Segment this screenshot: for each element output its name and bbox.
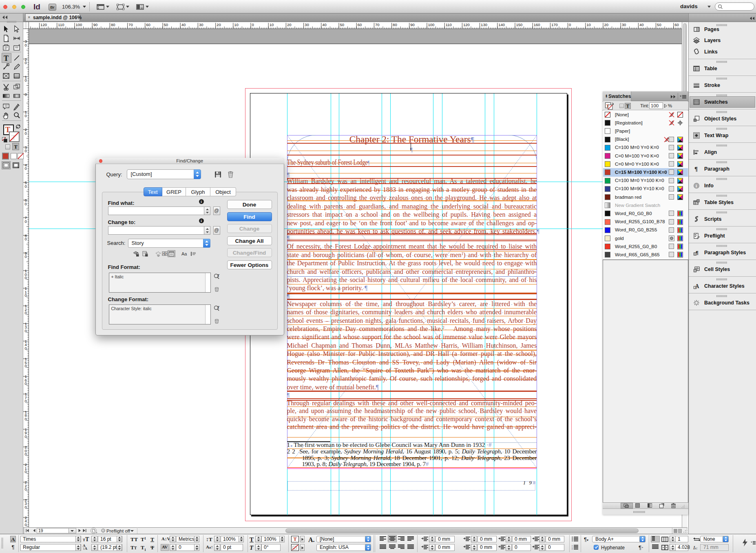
svg-text:0: 0: [25, 184, 27, 189]
svg-text:10: 10: [270, 22, 274, 27]
svg-text:A: A: [163, 252, 165, 255]
svg-text:0: 0: [25, 202, 27, 206]
svg-text:90: 90: [93, 22, 98, 27]
svg-text:10: 10: [586, 22, 591, 27]
svg-text:120: 120: [40, 22, 47, 27]
svg-text:0: 0: [25, 113, 27, 118]
svg-text:90: 90: [410, 22, 415, 27]
svg-text:T: T: [4, 54, 9, 62]
svg-text:70: 70: [128, 22, 133, 27]
svg-text:40: 40: [181, 22, 186, 27]
svg-text:50: 50: [657, 22, 661, 27]
svg-text:0: 0: [252, 22, 254, 27]
svg-text:120: 120: [463, 22, 470, 27]
svg-text:T: T: [217, 306, 220, 309]
svg-text:100: 100: [76, 22, 82, 27]
svg-text:20: 20: [287, 22, 292, 27]
svg-text:70: 70: [375, 22, 380, 27]
svg-text:0: 0: [25, 60, 27, 65]
svg-text:0: 0: [25, 149, 27, 153]
svg-text:40: 40: [639, 22, 644, 27]
svg-text:80: 80: [111, 22, 115, 27]
svg-text:0: 0: [569, 22, 571, 27]
svg-text:0: 0: [25, 254, 27, 259]
svg-text:20: 20: [217, 22, 221, 27]
svg-text:80: 80: [393, 22, 397, 27]
svg-text:0: 0: [25, 219, 27, 224]
svg-text:30: 30: [199, 22, 203, 27]
svg-text:0: 0: [25, 92, 27, 97]
svg-text:150: 150: [516, 22, 523, 27]
svg-text:110: 110: [446, 22, 452, 27]
svg-text:110: 110: [58, 22, 64, 27]
svg-text:Aa: Aa: [181, 251, 187, 256]
svg-text:100: 100: [428, 22, 435, 27]
svg-text:i: i: [696, 183, 697, 188]
svg-text:0: 0: [25, 78, 27, 82]
svg-text:0: 0: [25, 131, 27, 135]
svg-text:50: 50: [340, 22, 345, 27]
svg-text:60: 60: [358, 22, 362, 27]
svg-text:0: 0: [25, 43, 27, 47]
svg-text:170: 170: [551, 22, 558, 27]
svg-text:0: 0: [25, 166, 27, 171]
svg-text:60: 60: [146, 22, 150, 27]
svg-text:30: 30: [305, 22, 309, 27]
svg-text:10: 10: [234, 22, 239, 27]
svg-text:20: 20: [604, 22, 609, 27]
svg-text:60: 60: [674, 22, 679, 27]
svg-text:0: 0: [25, 237, 27, 241]
svg-text:130: 130: [481, 22, 487, 27]
svg-text:160: 160: [534, 22, 540, 27]
svg-text:30: 30: [622, 22, 626, 27]
svg-text:4: 4: [572, 549, 573, 550]
svg-text:50: 50: [164, 22, 168, 27]
svg-text:¶: ¶: [694, 166, 698, 172]
svg-text:140: 140: [498, 22, 505, 27]
svg-text:T: T: [217, 274, 220, 278]
svg-text:40: 40: [322, 22, 327, 27]
